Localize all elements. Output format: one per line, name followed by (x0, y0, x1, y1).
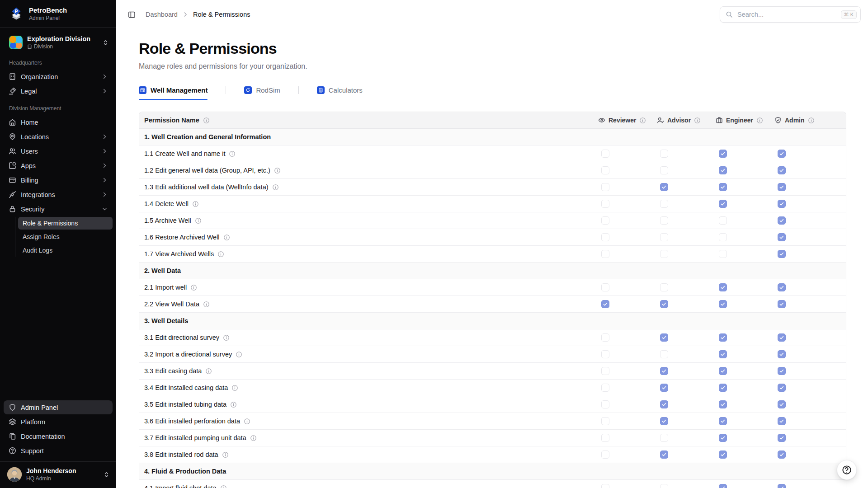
permission-checkbox-engineer[interactable] (719, 367, 727, 375)
permission-checkbox-admin[interactable] (778, 384, 786, 392)
permission-checkbox-engineer[interactable] (719, 434, 727, 442)
permission-checkbox-advisor[interactable] (660, 417, 668, 425)
permission-checkbox-engineer[interactable] (719, 200, 727, 208)
permission-checkbox-admin[interactable] (778, 400, 786, 408)
permission-checkbox-admin[interactable] (778, 367, 786, 375)
info-icon[interactable] (222, 451, 229, 458)
sidebar-item-users[interactable]: Users (4, 144, 113, 158)
permission-checkbox-advisor[interactable] (660, 183, 668, 191)
permission-checkbox-admin[interactable] (778, 250, 786, 258)
permission-checkbox-engineer[interactable] (719, 233, 727, 241)
permission-checkbox-engineer[interactable] (719, 450, 727, 459)
sidebar-item-locations[interactable]: Locations (4, 130, 113, 144)
permission-checkbox-advisor[interactable] (660, 333, 668, 342)
permission-checkbox-advisor[interactable] (660, 233, 668, 241)
permission-checkbox-reviewer[interactable] (601, 417, 609, 425)
sidebar-item-home[interactable]: Home (4, 115, 113, 129)
sidebar-item-apps[interactable]: Apps (4, 159, 113, 173)
permission-checkbox-advisor[interactable] (660, 434, 668, 442)
info-icon[interactable] (272, 184, 279, 191)
info-icon[interactable] (231, 385, 238, 391)
permission-checkbox-engineer[interactable] (719, 166, 727, 174)
search-box[interactable]: ⌘ K (720, 6, 861, 23)
info-icon[interactable] (203, 301, 210, 308)
permission-checkbox-engineer[interactable] (719, 350, 727, 358)
breadcrumb-dashboard[interactable]: Dashboard (146, 11, 178, 18)
permission-checkbox-admin[interactable] (778, 484, 786, 488)
info-icon[interactable] (217, 251, 224, 258)
info-icon[interactable] (195, 217, 202, 224)
tab-rodsim[interactable]: RodSim (244, 83, 280, 97)
permission-checkbox-engineer[interactable] (719, 400, 727, 408)
permission-checkbox-advisor[interactable] (660, 150, 668, 158)
info-icon[interactable] (205, 368, 212, 375)
permission-checkbox-reviewer[interactable] (601, 183, 609, 191)
info-icon[interactable] (808, 117, 815, 124)
permission-checkbox-admin[interactable] (778, 183, 786, 191)
permission-checkbox-engineer[interactable] (719, 150, 727, 158)
sidebar-item-legal[interactable]: Legal (4, 84, 113, 98)
sidebar-item-support[interactable]: Support (4, 444, 113, 458)
info-icon[interactable] (190, 284, 197, 291)
permission-checkbox-engineer[interactable] (719, 300, 727, 308)
permission-checkbox-reviewer[interactable] (601, 150, 609, 158)
permission-checkbox-reviewer[interactable] (601, 384, 609, 392)
info-icon[interactable] (230, 401, 237, 408)
permission-checkbox-admin[interactable] (778, 333, 786, 342)
sidebar-item-platform[interactable]: Platform (4, 415, 113, 429)
permission-checkbox-advisor[interactable] (660, 450, 668, 459)
permission-checkbox-advisor[interactable] (660, 200, 668, 208)
permission-checkbox-engineer[interactable] (719, 417, 727, 425)
permission-checkbox-admin[interactable] (778, 434, 786, 442)
sidebar-subitem-assign-roles[interactable]: Assign Roles (18, 230, 113, 243)
sidebar-item-billing[interactable]: Billing (4, 173, 113, 187)
info-icon[interactable] (229, 150, 236, 157)
sidebar-subitem-audit-logs[interactable]: Audit Logs (18, 244, 113, 257)
permission-checkbox-engineer[interactable] (719, 183, 727, 191)
permission-checkbox-reviewer[interactable] (601, 484, 609, 488)
permission-checkbox-advisor[interactable] (660, 283, 668, 291)
sidebar-item-integrations[interactable]: Integrations (4, 188, 113, 202)
permission-checkbox-admin[interactable] (778, 350, 786, 358)
sidebar-item-organization[interactable]: Organization (4, 70, 113, 84)
permission-checkbox-reviewer[interactable] (601, 233, 609, 241)
permission-checkbox-reviewer[interactable] (601, 450, 609, 459)
info-icon[interactable] (244, 418, 250, 425)
permission-checkbox-admin[interactable] (778, 300, 786, 308)
info-icon[interactable] (223, 234, 230, 241)
sidebar-item-documentation[interactable]: Documentation (4, 429, 113, 443)
info-icon[interactable] (223, 334, 230, 341)
tab-calculators[interactable]: Calculators (317, 83, 363, 97)
permission-checkbox-admin[interactable] (778, 166, 786, 174)
info-icon[interactable] (220, 485, 227, 488)
info-icon[interactable] (203, 117, 210, 124)
sidebar-item-admin-panel[interactable]: Admin Panel (4, 400, 113, 414)
info-icon[interactable] (756, 117, 763, 124)
permission-checkbox-reviewer[interactable] (601, 250, 609, 258)
info-icon[interactable] (274, 167, 281, 174)
search-input[interactable] (737, 11, 841, 18)
permission-checkbox-admin[interactable] (778, 200, 786, 208)
permission-checkbox-engineer[interactable] (719, 333, 727, 342)
permission-checkbox-reviewer[interactable] (601, 200, 609, 208)
permission-checkbox-advisor[interactable] (660, 384, 668, 392)
permission-checkbox-reviewer[interactable] (601, 216, 609, 225)
user-menu[interactable]: John Henderson HQ Admin (0, 461, 116, 488)
help-button[interactable] (837, 460, 857, 480)
permission-checkbox-advisor[interactable] (660, 400, 668, 408)
org-switcher[interactable]: Exploration Division Division (4, 32, 113, 53)
permission-checkbox-advisor[interactable] (660, 367, 668, 375)
permission-checkbox-admin[interactable] (778, 450, 786, 459)
permission-checkbox-reviewer[interactable] (601, 166, 609, 174)
info-icon[interactable] (639, 117, 646, 124)
sidebar-subitem-role-permissions[interactable]: Role & Permissions (18, 217, 113, 230)
permission-checkbox-advisor[interactable] (660, 250, 668, 258)
permission-checkbox-reviewer[interactable] (601, 350, 609, 358)
permission-checkbox-reviewer[interactable] (601, 434, 609, 442)
permission-checkbox-reviewer[interactable] (601, 283, 609, 291)
permission-checkbox-advisor[interactable] (660, 300, 668, 308)
info-icon[interactable] (250, 435, 257, 441)
permission-checkbox-admin[interactable] (778, 233, 786, 241)
permission-checkbox-admin[interactable] (778, 417, 786, 425)
permission-checkbox-admin[interactable] (778, 150, 786, 158)
